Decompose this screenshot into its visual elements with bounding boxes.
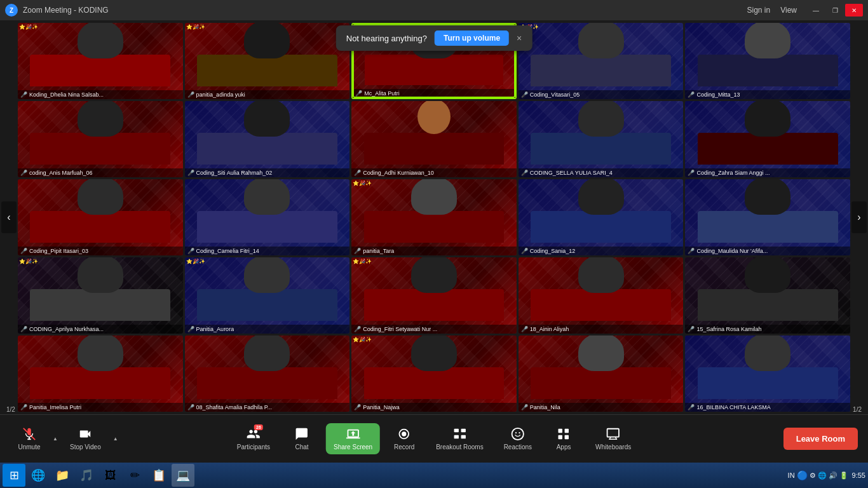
participant-name-21: 🎤 08_Shafita Amalia Fadhila P... <box>185 403 350 412</box>
leave-room-button[interactable]: Leave Room <box>783 428 858 450</box>
participant-cell-9[interactable]: 🎤 Coding_Zahra Siam Anggi ... <box>685 101 850 177</box>
participant-cell-1[interactable]: ⭐🎉✨ 🎤 panitia_adinda yuki <box>185 23 350 99</box>
svg-point-11 <box>519 432 520 433</box>
participants-button[interactable]: 26 Participants <box>229 423 278 454</box>
participant-cell-3[interactable]: ⭐🎉✨ 🎤 Coding_Vitasari_05 <box>519 23 684 99</box>
participants-count-badge: 26 <box>254 424 263 430</box>
taskbar-zoom-app[interactable]: 💻 <box>172 464 194 487</box>
participant-cell-8[interactable]: 🎤 CODING_SELLA YULIA SARI_4 <box>519 101 684 177</box>
share-screen-label: Share Screen <box>334 444 372 451</box>
maximize-button[interactable]: ❐ <box>826 4 844 17</box>
participant-cell-22[interactable]: ⭐🎉✨ 🎤 Panitia_Najwa <box>351 336 517 412</box>
record-button[interactable]: Record <box>385 423 423 454</box>
participant-cell-13[interactable]: 🎤 Coding_Sania_12 <box>519 179 684 255</box>
participant-cell-23[interactable]: 🎤 Panitia_Nila <box>519 336 684 412</box>
stop-video-button[interactable]: Stop Video <box>62 423 109 454</box>
participant-cell-0[interactable]: ⭐🎉✨ 🎤 Koding_Dhelia Nina Salsab... <box>18 23 183 99</box>
svg-point-9 <box>512 428 524 440</box>
toolbar-left-section: Unmute ▲ Stop Video ▲ <box>10 423 120 454</box>
participant-cell-14[interactable]: 🎤 Coding_Maulida Nur 'Afifa... <box>685 179 850 255</box>
svg-rect-13 <box>565 429 569 433</box>
participant-cell-6[interactable]: 🎤 Coding_Siti Aulia Rahmah_02 <box>185 101 350 177</box>
participant-face-14 <box>685 179 850 243</box>
reactions-icon <box>511 427 525 441</box>
unmute-button[interactable]: Unmute <box>10 423 48 454</box>
participant-cell-12[interactable]: ⭐🎉✨ 🎤 panitia_Tara <box>351 179 517 255</box>
mic-muted-icon-1: 🎤 <box>187 92 194 98</box>
notification-text: Not hearing anything? <box>346 34 427 43</box>
mic-muted-icon-19: 🎤 <box>688 326 695 332</box>
participant-face-15 <box>18 257 183 321</box>
next-page-arrow[interactable]: › <box>851 201 867 233</box>
participant-cell-19[interactable]: 🎤 15_Safrina Rosa Kamilah <box>685 257 850 334</box>
participant-cell-24[interactable]: 🎤 16_BILBINA CHITA LAKSMA <box>685 336 850 412</box>
breakout-icon <box>452 427 466 441</box>
window-title: Zoom Meeting - KODING <box>23 6 747 15</box>
participant-cell-11[interactable]: 🎤 Coding_Camelia Fitri_14 <box>185 179 350 255</box>
participant-cell-16[interactable]: ⭐🎉✨ 🎤 Panitia_Aurora <box>185 257 350 334</box>
mic-muted-icon-21: 🎤 <box>187 404 194 410</box>
view-menu[interactable]: View <box>780 6 797 15</box>
taskbar-paint[interactable]: 🖼 <box>99 464 122 487</box>
right-page-indicator: 1/2 <box>853 406 862 413</box>
system-clock: 9:55 <box>852 471 865 480</box>
close-notification-button[interactable]: × <box>517 33 522 43</box>
participants-icon: 26 <box>247 427 261 441</box>
breakout-rooms-label: Breakout Rooms <box>436 444 483 451</box>
taskbar-media[interactable]: 🎵 <box>75 464 98 487</box>
participant-cell-10[interactable]: 🎤 Coding_Pipit Itasari_03 <box>18 179 183 255</box>
mic-muted-icon-18: 🎤 <box>521 326 528 332</box>
participant-name-24: 🎤 16_BILBINA CHITA LAKSMA <box>685 403 850 412</box>
participant-cell-17[interactable]: ⭐🎉✨ 🎤 Coding_Fitri Setyawati Nur ... <box>351 257 517 334</box>
zoom-logo-icon: Z <box>5 4 18 17</box>
participant-cell-21[interactable]: 🎤 08_Shafita Amalia Fadhila P... <box>185 336 350 412</box>
participant-cell-4[interactable]: 🎤 Coding_Mitta_13 <box>685 23 850 99</box>
whiteboards-icon <box>606 427 620 441</box>
mic-muted-icon-10: 🎤 <box>20 248 27 254</box>
chat-icon <box>295 427 309 441</box>
participant-cell-5[interactable]: 🎤 coding_Anis Marfuah_06 <box>18 101 183 177</box>
video-caret[interactable]: ▲ <box>111 426 120 452</box>
minimize-button[interactable]: — <box>807 4 825 17</box>
start-button[interactable] <box>3 464 25 487</box>
taskbar-indicators: IN 🔵 ⚙ 🌐 🔊 🔋 <box>788 470 848 480</box>
window-controls: — ❐ ✕ <box>807 4 863 17</box>
mic-muted-icon-22: 🎤 <box>354 404 361 410</box>
share-screen-button[interactable]: Share Screen <box>326 423 380 454</box>
share-screen-icon <box>346 427 360 441</box>
mic-muted-icon-12: 🎤 <box>354 248 361 254</box>
video-icon <box>78 427 92 441</box>
taskbar-notes[interactable]: ✏ <box>123 464 146 487</box>
participant-face-21 <box>185 336 350 399</box>
taskbar-explorer[interactable]: 📁 <box>51 464 74 487</box>
mic-muted-icon-9: 🎤 <box>688 170 695 176</box>
taskbar-browser[interactable]: 🌐 <box>27 464 50 487</box>
participant-name-15: 🎤 CODING_Aprilya Nurkhasа... <box>18 325 183 334</box>
participant-cell-7[interactable]: 🎤 Coding_Adhi Kurniawan_10 <box>351 101 517 177</box>
participant-cell-20[interactable]: 🎤 Panitia_Imelisa Putri <box>18 336 183 412</box>
audio-notification: Not hearing anything? Turn up volume × <box>336 25 532 51</box>
participant-face-5 <box>18 101 183 165</box>
breakout-rooms-button[interactable]: Breakout Rooms <box>428 423 491 454</box>
participant-name-22: 🎤 Panitia_Najwa <box>351 403 517 412</box>
participant-cell-18[interactable]: 🎤 18_Ainin Aliyah <box>519 257 684 334</box>
sign-in-link[interactable]: Sign in <box>747 6 771 15</box>
reactions-button[interactable]: Reactions <box>496 423 539 454</box>
turn-up-volume-button[interactable]: Turn up volume <box>435 30 509 46</box>
unmute-caret[interactable]: ▲ <box>51 426 60 452</box>
whiteboards-button[interactable]: Whiteboards <box>588 423 639 454</box>
participant-face-19 <box>685 257 850 321</box>
participant-name-13: 🎤 Coding_Sania_12 <box>519 247 684 255</box>
apps-button[interactable]: Apps <box>545 423 583 454</box>
participant-face-13 <box>519 179 684 243</box>
taskbar-clipboard[interactable]: 📋 <box>147 464 170 487</box>
svg-point-4 <box>402 431 406 436</box>
chat-button[interactable]: Chat <box>283 423 321 454</box>
mic-muted-icon-14: 🎤 <box>688 248 695 254</box>
whiteboards-label: Whiteboards <box>595 444 631 451</box>
previous-page-arrow[interactable]: ‹ <box>1 201 17 233</box>
participant-cell-15[interactable]: ⭐🎉✨ 🎤 CODING_Aprilya Nurkhasа... <box>18 257 183 334</box>
close-button[interactable]: ✕ <box>845 4 863 17</box>
participant-face-1 <box>185 23 350 86</box>
unmute-label: Unmute <box>18 444 40 451</box>
